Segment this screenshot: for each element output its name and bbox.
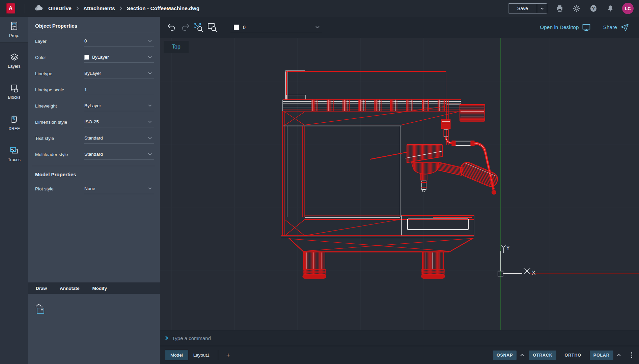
chevron-down-icon: [148, 104, 152, 107]
property-row-lineweight: Lineweight ByLayer: [28, 98, 160, 114]
sidebar-item-properties[interactable]: Prop.: [0, 17, 28, 43]
tab-modify[interactable]: Modify: [92, 286, 107, 291]
linetype-scale-input[interactable]: 1: [84, 84, 154, 95]
share-button[interactable]: Share: [603, 24, 629, 31]
chevron-down-icon: [540, 7, 544, 10]
add-layout-button[interactable]: +: [223, 352, 233, 359]
help-icon: ?: [589, 4, 598, 12]
autocad-logo-icon[interactable]: A: [6, 3, 15, 13]
sidebar-item-label: Layers: [8, 64, 21, 69]
multileader-style-dropdown[interactable]: Standard: [84, 149, 154, 160]
onedrive-cloud-icon: [34, 5, 44, 12]
property-value: None: [84, 186, 95, 191]
divider: [32, 32, 155, 32]
printer-icon: [556, 4, 564, 12]
layers-icon: [10, 53, 19, 62]
linetype-dropdown[interactable]: ByLayer: [84, 68, 154, 79]
property-value: 1: [84, 87, 87, 92]
tab-layout1[interactable]: Layout1: [188, 350, 215, 360]
sidebar-item-xref[interactable]: XREF: [0, 110, 28, 135]
divider: [32, 166, 155, 166]
sidebar-item-blocks[interactable]: Blocks: [0, 79, 28, 104]
text-style-dropdown[interactable]: Standard: [84, 133, 154, 144]
revision-cloud-icon: [34, 304, 47, 315]
command-input[interactable]: Type a command: [172, 335, 211, 341]
revision-cloud-tool-button[interactable]: [33, 303, 48, 316]
save-button[interactable]: Save: [508, 4, 537, 13]
chevron-down-icon: [148, 56, 152, 58]
property-value: ByLayer: [84, 103, 101, 108]
tab-draw[interactable]: Draw: [36, 286, 47, 291]
tab-model[interactable]: Model: [165, 350, 188, 360]
xref-paperclip-icon: [10, 115, 19, 124]
layer-dropdown[interactable]: 0: [84, 36, 154, 47]
blocks-icon: [10, 84, 19, 93]
polar-chevron-up-icon[interactable]: [617, 354, 621, 357]
divider: [222, 21, 222, 33]
open-in-desktop-button[interactable]: Open in Desktop: [540, 24, 590, 31]
color-swatch: [84, 55, 89, 60]
desktop-monitor-icon: [582, 24, 590, 31]
lineweight-dropdown[interactable]: ByLayer: [84, 100, 154, 111]
property-row-linetype-scale: Linetype scale 1: [28, 82, 160, 98]
tab-annotate[interactable]: Annotate: [60, 286, 80, 291]
breadcrumb-filename: Section - CoffeeMachine.dwg: [127, 5, 199, 11]
dimension-style-dropdown[interactable]: ISO-25: [84, 117, 154, 127]
axis-y-label: Y: [506, 245, 510, 251]
status-overflow-menu[interactable]: [629, 351, 635, 359]
otrack-toggle[interactable]: OTRACK: [529, 351, 556, 360]
property-row-linetype: Linetype ByLayer: [28, 65, 160, 82]
notifications-button[interactable]: [606, 4, 615, 13]
help-button[interactable]: ?: [589, 4, 598, 13]
property-label: Plot style: [35, 186, 84, 191]
grid-lines: [160, 38, 639, 330]
redo-icon: [180, 23, 190, 32]
property-label: Layer: [35, 39, 84, 44]
breadcrumb-onedrive[interactable]: OneDrive: [48, 5, 72, 11]
save-dropdown-button[interactable]: [537, 4, 547, 13]
command-bar[interactable]: Type a command: [160, 330, 639, 346]
save-split-button: Save: [508, 3, 547, 13]
property-row-dimension-style: Dimension style ISO-25: [28, 114, 160, 130]
redo-button[interactable]: [179, 22, 191, 33]
breadcrumb-separator-icon: [76, 6, 79, 11]
properties-panel: Object Properties Layer 0 Color ByLayer: [28, 17, 160, 364]
settings-button[interactable]: [572, 4, 581, 13]
view-label-badge[interactable]: Top: [164, 41, 189, 53]
paper-plane-icon: [620, 24, 629, 31]
property-label: Text style: [35, 136, 84, 141]
status-bar: Model Layout1 + OSNAP OTRACK ORTHO POLAR: [160, 346, 639, 364]
property-value: ByLayer: [92, 55, 109, 60]
undo-icon: [167, 23, 177, 32]
chevron-down-icon: [148, 72, 152, 74]
draw-tools-panel: [28, 294, 160, 364]
osnap-toggle[interactable]: OSNAP: [493, 351, 517, 360]
property-row-color: Color ByLayer: [28, 49, 160, 65]
undo-button[interactable]: [166, 22, 177, 33]
zoom-extents-button[interactable]: [193, 22, 204, 33]
zoom-window-icon: [207, 22, 218, 32]
breadcrumb-attachments[interactable]: Attachments: [83, 5, 115, 11]
property-value: 0: [84, 38, 87, 43]
property-row-layer: Layer 0: [28, 33, 160, 49]
sidebar-item-traces[interactable]: Traces: [0, 142, 28, 166]
ortho-toggle[interactable]: ORTHO: [561, 351, 585, 360]
chevron-down-icon: [315, 26, 320, 29]
osnap-chevron-up-icon[interactable]: [520, 354, 524, 357]
cad-toolbar: 0 Open in Desktop Share: [160, 17, 639, 38]
section-title: Model Properties: [28, 172, 160, 181]
zoom-window-button[interactable]: [206, 22, 218, 33]
breadcrumb-separator-icon: [119, 6, 122, 11]
chevron-down-icon: [148, 121, 152, 123]
plot-style-dropdown[interactable]: None: [84, 183, 154, 194]
command-prompt-icon: [165, 336, 169, 340]
user-avatar[interactable]: LC: [622, 3, 634, 14]
polar-toggle[interactable]: POLAR: [590, 351, 613, 360]
color-dropdown[interactable]: ByLayer: [84, 52, 154, 63]
print-button[interactable]: [555, 4, 564, 13]
chevron-down-icon: [148, 137, 152, 139]
drawing-canvas[interactable]: Y X Top: [160, 38, 639, 330]
traces-icon: [9, 146, 19, 155]
sidebar-item-layers[interactable]: Layers: [0, 48, 28, 73]
current-layer-dropdown[interactable]: 0: [230, 22, 322, 33]
